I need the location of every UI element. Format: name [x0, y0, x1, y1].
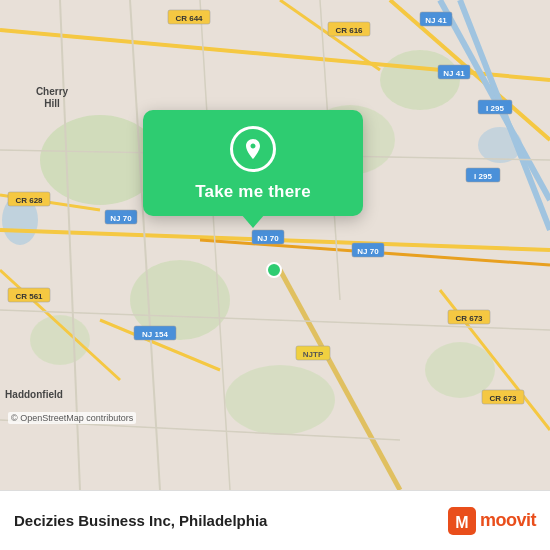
moovit-text: moovit [480, 510, 536, 531]
svg-text:Haddonfield: Haddonfield [5, 389, 63, 400]
svg-point-6 [225, 365, 335, 435]
svg-text:CR 616: CR 616 [335, 26, 363, 35]
map-container: CR 644 CR 616 NJ 41 NJ 41 I 295 I 295 CR… [0, 0, 550, 490]
svg-text:NJ 70: NJ 70 [110, 214, 132, 223]
popup-card[interactable]: Take me there [143, 110, 363, 216]
osm-credit: © OpenStreetMap contributors [8, 412, 136, 424]
svg-text:NJ 41: NJ 41 [425, 16, 447, 25]
svg-text:NJ 41: NJ 41 [443, 69, 465, 78]
svg-text:I 295: I 295 [474, 172, 492, 181]
svg-point-5 [30, 315, 90, 365]
svg-text:NJ 70: NJ 70 [357, 247, 379, 256]
svg-point-4 [425, 342, 495, 398]
moovit-logo: M moovit [448, 507, 536, 535]
moovit-icon: M [448, 507, 476, 535]
svg-text:Cherry: Cherry [36, 86, 69, 97]
svg-text:Hill: Hill [44, 98, 60, 109]
bottom-bar: Decizies Business Inc, Philadelphia M mo… [0, 490, 550, 550]
business-name: Decizies Business Inc, Philadelphia [14, 512, 438, 529]
svg-text:NJ 154: NJ 154 [142, 330, 168, 339]
svg-text:NJTP: NJTP [303, 350, 324, 359]
svg-text:CR 644: CR 644 [175, 14, 203, 23]
svg-text:CR 673: CR 673 [455, 314, 483, 323]
svg-text:CR 673: CR 673 [489, 394, 517, 403]
take-me-there-button[interactable]: Take me there [195, 182, 311, 202]
svg-text:NJ 70: NJ 70 [257, 234, 279, 243]
svg-text:CR 561: CR 561 [15, 292, 43, 301]
svg-point-62 [267, 263, 281, 277]
svg-text:I 295: I 295 [486, 104, 504, 113]
location-pin-icon [241, 137, 265, 161]
svg-point-3 [380, 50, 460, 110]
svg-text:CR 628: CR 628 [15, 196, 43, 205]
svg-text:M: M [455, 514, 468, 531]
location-icon-wrap [230, 126, 276, 172]
